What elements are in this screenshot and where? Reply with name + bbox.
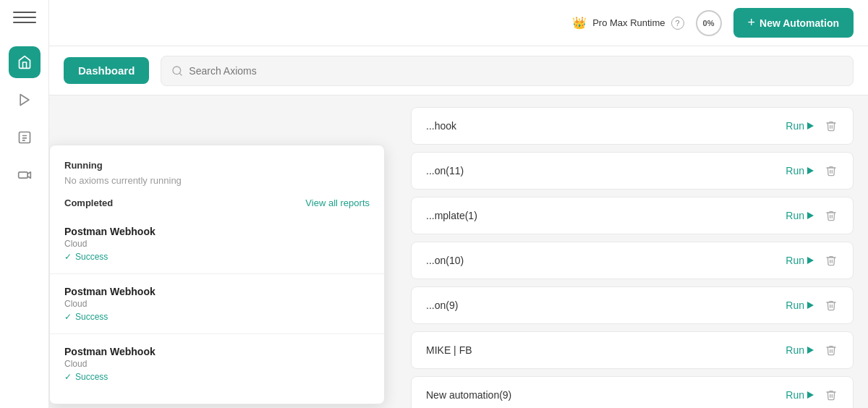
axiom-actions-0: Run [786,119,838,133]
run-label-2: Run [786,210,804,221]
status-text-1: Success [75,252,108,262]
running-label: Running [50,160,384,171]
completed-item-2-status: ✓ Success [64,312,370,322]
sidebar-item-reports[interactable] [9,122,41,153]
play-triangle-4 [807,302,814,309]
delete-button-2[interactable] [824,208,838,223]
svg-rect-5 [18,172,27,178]
run-button-4[interactable]: Run [786,299,814,311]
video-icon [17,168,32,182]
run-button-0[interactable]: Run [786,120,814,132]
delete-button-0[interactable] [824,119,838,133]
play-triangle-2 [807,212,814,219]
view-all-reports-link[interactable]: View all reports [305,197,370,208]
completed-label: Completed [64,197,113,208]
run-button-3[interactable]: Run [786,255,814,266]
completed-item-3-type: Cloud [64,359,370,369]
search-input[interactable] [189,65,843,77]
trash-icon-0 [825,119,837,132]
axiom-item-6: New automation(9) Run [411,376,854,408]
completed-item-2-type: Cloud [64,299,370,309]
delete-button-6[interactable] [824,388,838,402]
completed-item-1: Postman Webhook Cloud ✓ Success [50,218,384,269]
new-automation-label: New Automation [760,17,839,29]
trash-icon-4 [825,299,837,312]
check-icon-1: ✓ [64,252,72,262]
content-area: Running No axioms currently running Comp… [49,95,868,408]
runtime-badge: 0% [696,10,722,36]
play-triangle-1 [807,167,814,174]
completed-item-1-status: ✓ Success [64,252,370,262]
pro-info: 👑 Pro Max Runtime ? [572,16,684,30]
run-label-3: Run [786,255,804,266]
axiom-name-2: ...mplate(1) [426,210,477,221]
axiom-name-4: ...on(9) [426,299,458,311]
help-icon[interactable]: ? [671,17,684,30]
hamburger-menu-icon[interactable] [13,12,36,29]
check-icon-3: ✓ [64,372,72,382]
home-icon [17,55,32,69]
completed-item-3-name: Postman Webhook [64,346,370,357]
run-button-1[interactable]: Run [786,165,814,177]
axiom-item-4: ...on(9) Run [411,286,854,324]
status-text-2: Success [75,312,108,322]
play-triangle-3 [807,257,814,264]
delete-button-5[interactable] [824,343,838,357]
trash-icon-1 [825,164,837,177]
svg-marker-0 [20,95,29,106]
completed-item-1-type: Cloud [64,239,370,249]
axiom-name-3: ...on(10) [426,255,464,266]
axiom-item-2: ...mplate(1) Run [411,197,854,234]
axiom-name-0: ...hook [426,120,456,132]
trash-icon-5 [825,344,837,357]
trash-icon-6 [825,388,837,401]
dashboard-button[interactable]: Dashboard [64,57,149,84]
sidebar-item-play[interactable] [9,84,41,116]
trash-icon-2 [825,209,837,222]
axiom-name-5: MIKE | FB [426,344,472,356]
play-triangle-5 [807,347,814,354]
run-label-1: Run [786,165,804,177]
status-text-3: Success [75,372,108,382]
divider-1 [50,273,384,274]
sidebar [0,0,49,408]
sidebar-item-home[interactable] [9,46,41,78]
sub-header: Dashboard [49,46,868,95]
axiom-list: ...hook Run ...on(11) Run [411,107,854,408]
main-content: 👑 Pro Max Runtime ? 0% + New Automation … [49,0,868,408]
plus-icon: + [748,15,756,30]
completed-item-1-name: Postman Webhook [64,226,370,237]
run-button-2[interactable]: Run [786,210,814,221]
run-button-6[interactable]: Run [786,389,814,401]
run-label-6: Run [786,389,804,401]
axiom-actions-6: Run [786,388,838,402]
run-label-0: Run [786,120,804,132]
axiom-item-1: ...on(11) Run [411,152,854,190]
pro-label: Pro Max Runtime [592,17,665,28]
search-bar [161,56,854,86]
svg-line-7 [179,73,182,75]
reports-icon [17,130,32,145]
completed-item-3: Postman Webhook Cloud ✓ Success [50,339,384,389]
check-icon-2: ✓ [64,312,72,322]
axiom-actions-2: Run [786,208,838,223]
trash-icon-3 [825,254,837,267]
axiom-actions-1: Run [786,163,838,178]
run-button-5[interactable]: Run [786,344,814,356]
completed-header: Completed View all reports [50,197,384,208]
completed-item-3-status: ✓ Success [64,372,370,382]
axiom-actions-5: Run [786,343,838,357]
axiom-name-6: New automation(9) [426,389,511,401]
axiom-item-3: ...on(10) Run [411,242,854,279]
delete-button-4[interactable] [824,298,838,313]
play-triangle-0 [807,122,814,129]
play-icon [17,93,32,107]
running-dropdown: Running No axioms currently running Comp… [49,145,385,404]
axiom-actions-4: Run [786,298,838,313]
new-automation-button[interactable]: + New Automation [733,8,854,38]
delete-button-3[interactable] [824,253,838,268]
divider-2 [50,333,384,334]
search-icon [171,65,183,77]
sidebar-item-video[interactable] [9,159,41,191]
delete-button-1[interactable] [824,163,838,178]
